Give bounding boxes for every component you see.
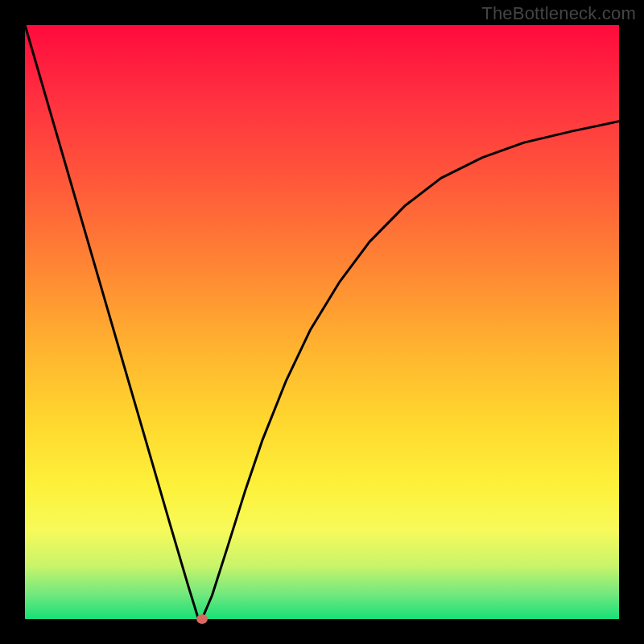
chart-frame: TheBottleneck.com — [0, 0, 644, 644]
plot-area — [25, 25, 619, 619]
curve-svg — [25, 25, 619, 619]
bottleneck-curve — [25, 25, 619, 619]
watermark-text: TheBottleneck.com — [481, 3, 636, 24]
optimum-marker — [196, 614, 208, 624]
